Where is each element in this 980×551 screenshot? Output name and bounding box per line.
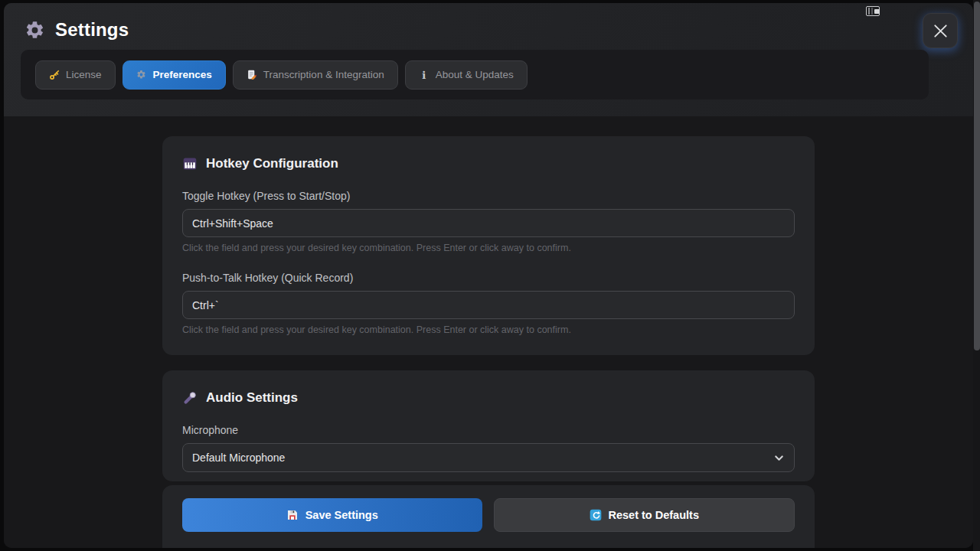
push-to-talk-hotkey-field: Push-to-Talk Hotkey (Quick Record) Click… [182, 272, 795, 335]
picture-in-picture-icon[interactable] [866, 6, 880, 16]
button-label: Reset to Defaults [609, 509, 699, 521]
gear-icon [136, 70, 147, 80]
piano-keyboard-icon [182, 156, 198, 171]
button-label: Save Settings [305, 509, 378, 521]
gear-icon [24, 20, 45, 41]
microphone-selected-value: Default Microphone [192, 452, 285, 464]
microphone-field: Microphone Default Microphone [182, 424, 795, 472]
memo-pencil-icon [247, 70, 257, 80]
info-icon: ℹ [419, 70, 430, 80]
close-button[interactable] [923, 13, 958, 48]
reset-to-defaults-button[interactable]: Reset to Defaults [494, 498, 795, 532]
chevron-down-icon [773, 452, 785, 464]
hotkey-hint: Click the field and press your desired k… [182, 243, 795, 253]
tab-label: License [66, 69, 102, 80]
settings-window: Settings [4, 3, 973, 548]
tab-about-updates[interactable]: ℹ About & Updates [405, 60, 528, 90]
tab-preferences[interactable]: Preferences [122, 60, 226, 90]
page-title: Settings [55, 19, 129, 41]
scrollbar-thumb[interactable] [974, 2, 980, 350]
push-to-talk-hotkey-input[interactable] [182, 291, 795, 319]
card-title: Hotkey Configuration [206, 156, 338, 171]
card-title: Audio Settings [206, 390, 298, 406]
tab-label: Preferences [153, 69, 212, 80]
toggle-hotkey-label: Toggle Hotkey (Press to Start/Stop) [182, 190, 795, 202]
toggle-hotkey-input[interactable] [182, 209, 795, 237]
microphone-select[interactable]: Default Microphone [182, 443, 795, 472]
tab-transcription-integration[interactable]: Transcription & Integration [233, 60, 398, 90]
tab-label: About & Updates [436, 69, 514, 80]
floppy-disk-icon [286, 509, 299, 521]
actions-card: Save Settings Reset to Defaults [162, 485, 815, 548]
hotkey-hint: Click the field and press your desired k… [182, 324, 795, 335]
push-to-talk-hotkey-label: Push-to-Talk Hotkey (Quick Record) [182, 272, 795, 284]
close-icon [932, 22, 949, 40]
tab-bar: License Preferences [21, 50, 929, 99]
microphone-label: Microphone [182, 424, 795, 436]
header: Settings [4, 3, 973, 116]
microphone-icon [182, 390, 198, 406]
key-icon [49, 70, 60, 80]
save-settings-button[interactable]: Save Settings [182, 498, 482, 532]
tab-license[interactable]: License [35, 60, 116, 90]
tab-label: Transcription & Integration [263, 69, 384, 80]
preferences-panel: Hotkey Configuration Toggle Hotkey (Pres… [4, 116, 973, 548]
hotkey-configuration-card: Hotkey Configuration Toggle Hotkey (Pres… [162, 136, 815, 355]
scrollbar-track[interactable] [973, 0, 980, 551]
audio-settings-card: Audio Settings Microphone Default Microp… [162, 370, 815, 481]
toggle-hotkey-field: Toggle Hotkey (Press to Start/Stop) Clic… [182, 190, 795, 253]
refresh-icon [590, 509, 602, 521]
